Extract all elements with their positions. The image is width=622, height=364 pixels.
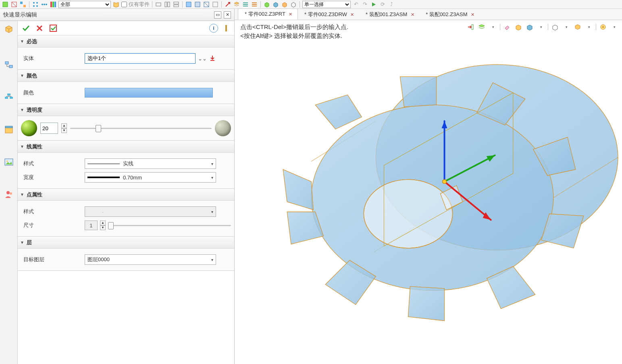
vtool-wire-icon[interactable] (551, 23, 560, 31)
section-head-required[interactable]: ▼必选 (18, 35, 234, 48)
color-swatch[interactable] (85, 88, 213, 98)
vtool-target-icon[interactable] (599, 23, 607, 31)
cube-icon-o[interactable] (281, 1, 288, 8)
svg-rect-38 (5, 126, 12, 128)
cube-icon-b[interactable] (272, 1, 279, 8)
point-size-slider[interactable] (108, 221, 231, 229)
point-style-combo[interactable]: · ▾ (85, 206, 216, 217)
close-icon[interactable]: ✕ (288, 11, 293, 17)
disp-icon-1[interactable] (185, 1, 192, 8)
tool-icon-3[interactable] (19, 1, 27, 8)
view-icon-1[interactable] (155, 1, 162, 8)
vtool-cube-y-icon[interactable] (514, 23, 523, 31)
vtool-dd-icon-3[interactable]: ▾ (562, 23, 571, 31)
panel-minimize-icon[interactable]: ▭ (214, 11, 221, 19)
svg-rect-43 (50, 25, 56, 31)
section-point: ▼点属性 样式 · ▾ 尺寸 (18, 189, 234, 237)
view-icon-3[interactable] (173, 1, 180, 8)
panel-close-icon[interactable]: ✕ (224, 11, 231, 19)
disp-icon-4[interactable] (212, 1, 219, 8)
view-icon-2[interactable] (164, 1, 171, 8)
vtool-layers-icon[interactable] (477, 23, 486, 31)
vtool-dd-icon-4[interactable]: ▾ (585, 23, 593, 31)
entity-pick-icon[interactable] (209, 55, 216, 62)
transparency-spinner[interactable]: ▲▼ (61, 123, 67, 133)
list-icon-2[interactable] (251, 1, 258, 8)
layer-target-label: 目标图层 (21, 256, 81, 263)
dots-icon-1[interactable] (32, 1, 39, 8)
nav-icon-4[interactable]: ⤴ (388, 1, 395, 8)
rail-box-icon[interactable] (3, 124, 15, 135)
tab-part-drw[interactable]: * 零件002.Z3DRW✕ (298, 9, 359, 20)
transparency-input[interactable] (40, 123, 58, 134)
info-button[interactable]: i (209, 24, 218, 33)
separator (152, 1, 152, 8)
entity-dropdown-icon[interactable]: ⌄⌄ (198, 54, 207, 63)
section-head-line[interactable]: ▼线属性 (18, 141, 234, 153)
list-icon-1[interactable] (242, 1, 249, 8)
section-required: ▼必选 实体 ⌄⌄ (18, 35, 234, 70)
tool-icon-2[interactable] (10, 1, 18, 8)
rail-image-icon[interactable] (3, 156, 15, 168)
vtool-hex-icon[interactable] (573, 23, 582, 31)
arrow-icon[interactable] (224, 1, 231, 8)
close-icon[interactable]: ✕ (410, 12, 415, 17)
vtool-dd-icon-5[interactable]: ▾ (610, 23, 619, 31)
transparency-slider[interactable] (70, 124, 212, 132)
book-icon[interactable] (112, 1, 120, 8)
tab-asm-2[interactable]: * 装配002.Z3ASM✕ (419, 9, 479, 20)
only-parts-checkbox[interactable] (121, 2, 127, 7)
entity-input[interactable] (85, 53, 196, 64)
section-head-color[interactable]: ▼颜色 (18, 70, 234, 82)
nav-icon-3[interactable]: ⟳ (379, 1, 386, 8)
tab-asm-1[interactable]: * 装配001.Z3ASM✕ (359, 9, 419, 20)
rail-tree-icon[interactable] (3, 60, 15, 71)
nav-icon-2[interactable]: ↷ (361, 1, 368, 8)
wire-icon[interactable] (290, 1, 297, 8)
vtool-import-icon[interactable] (466, 23, 475, 31)
cancel-button[interactable] (34, 23, 45, 33)
vtool-cube-b-icon[interactable] (525, 23, 534, 31)
close-icon[interactable]: ✕ (470, 12, 476, 17)
vtool-eraser-icon[interactable] (503, 23, 512, 31)
layer-target-combo[interactable]: 图层0000 ▾ (85, 254, 216, 265)
apply-button[interactable] (48, 23, 59, 33)
viewport-3d[interactable]: 点击<CTRL-Del>撤销最后一步的输入点. <按住Alt键> 选择被最外层覆… (235, 20, 622, 364)
disp-icon-2[interactable] (194, 1, 201, 8)
svg-rect-12 (50, 2, 52, 7)
selection-mode-select[interactable]: 单一选择 (302, 1, 351, 8)
layers-icon[interactable] (233, 1, 240, 8)
rail-structure-icon[interactable] (3, 92, 15, 103)
filter-select-1[interactable]: 全部 (58, 1, 111, 8)
svg-rect-30 (252, 6, 257, 6)
section-head-transparency[interactable]: ▼透明度 (18, 104, 234, 116)
cube-icon-g[interactable] (263, 1, 270, 8)
palette-icon[interactable] (50, 1, 57, 8)
dots-icon-2[interactable] (41, 1, 48, 8)
point-size-input[interactable] (85, 220, 98, 230)
svg-rect-21 (195, 2, 200, 7)
disp-icon-3[interactable] (203, 1, 210, 8)
nav-icon-1[interactable]: ↶ (352, 1, 360, 8)
svg-line-23 (204, 2, 209, 7)
section-head-layer[interactable]: ▼层 (18, 237, 234, 249)
tab-part-prt[interactable]: * 零件002.Z3PRT✕ (238, 8, 298, 20)
point-size-spinner[interactable]: ▲▼ (100, 220, 106, 230)
section-head-point[interactable]: ▼点属性 (18, 189, 234, 201)
vtool-dd-icon[interactable]: ▾ (489, 23, 497, 31)
confirm-button[interactable] (20, 23, 31, 33)
tool-icon-1[interactable] (2, 1, 9, 8)
line-width-combo[interactable]: 0.70mm ▾ (85, 172, 216, 183)
rail-user-icon[interactable] (3, 189, 15, 200)
line-style-combo[interactable]: 实线 ▾ (85, 158, 216, 169)
close-icon[interactable]: ✕ (349, 12, 355, 17)
svg-point-11 (46, 4, 47, 5)
pin-button[interactable] (221, 23, 232, 33)
play-icon[interactable] (370, 1, 377, 8)
svg-point-6 (36, 2, 38, 4)
line-style-label: 样式 (21, 160, 81, 167)
svg-rect-19 (174, 5, 179, 7)
svg-rect-16 (165, 2, 167, 7)
vtool-dd-icon-2[interactable]: ▾ (537, 23, 545, 31)
rail-assembly-icon[interactable] (3, 23, 15, 35)
